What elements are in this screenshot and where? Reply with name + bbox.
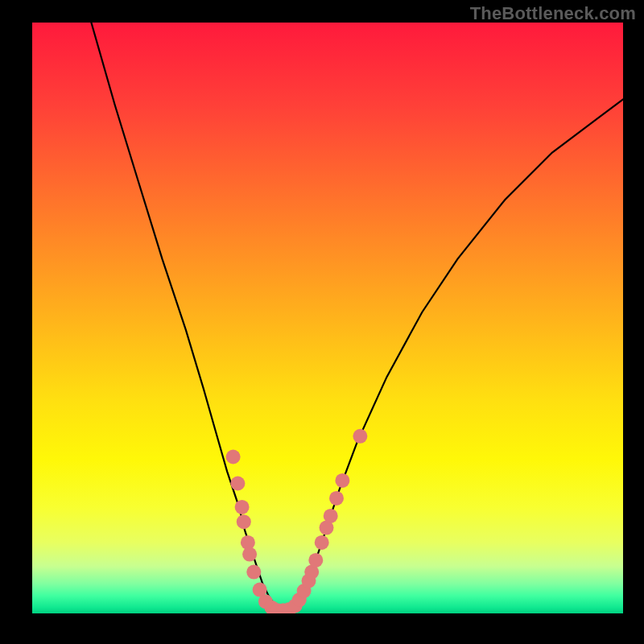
- data-marker: [246, 565, 261, 580]
- data-marker: [329, 491, 344, 506]
- data-marker: [308, 553, 323, 568]
- chart-frame: TheBottleneck.com: [0, 0, 644, 644]
- marker-group: [226, 429, 368, 613]
- data-marker: [226, 450, 241, 464]
- plot-area: [32, 23, 623, 613]
- data-marker: [235, 500, 250, 514]
- watermark-text: TheBottleneck.com: [470, 3, 636, 24]
- bottleneck-curve: [91, 23, 623, 610]
- data-marker: [353, 429, 367, 444]
- data-marker: [335, 473, 349, 488]
- data-marker: [315, 535, 329, 550]
- data-marker: [324, 509, 338, 523]
- chart-svg: [32, 23, 623, 613]
- data-marker: [237, 514, 251, 529]
- data-marker: [230, 477, 245, 491]
- data-marker: [242, 547, 257, 562]
